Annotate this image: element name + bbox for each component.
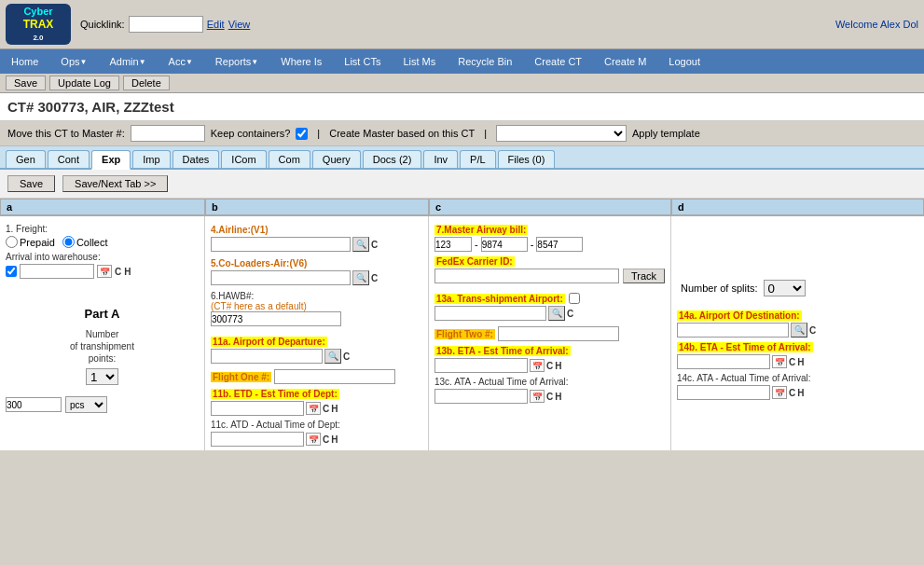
airline-search-icon[interactable]: 🔍	[352, 237, 369, 252]
eta-d-date-input[interactable]	[677, 354, 770, 369]
trans-airport-c-btn[interactable]: C	[567, 309, 573, 319]
tranship-count-select[interactable]: 1 2 3	[86, 368, 118, 385]
tab-imp[interactable]: Imp	[132, 150, 170, 168]
nav-create-ct[interactable]: Create CT	[523, 49, 593, 74]
airport-dest-input[interactable]	[677, 323, 789, 338]
tab-icom[interactable]: ICom	[221, 150, 266, 168]
arrival-checkbox[interactable]	[6, 266, 17, 277]
nav-recycle-bin[interactable]: Recycle Bin	[447, 49, 523, 74]
ata-d-date-input[interactable]	[677, 385, 770, 400]
prepaid-radio[interactable]	[6, 236, 18, 248]
nav-ops[interactable]: Ops	[49, 49, 98, 74]
delete-button[interactable]: Delete	[123, 76, 170, 90]
eta-c-calendar-icon[interactable]: 📅	[530, 359, 545, 372]
ata-c-h-btn[interactable]: H	[555, 392, 561, 402]
hawb-input[interactable]	[211, 311, 341, 326]
qty-input[interactable]: 300	[6, 397, 62, 412]
eta-c-h-btn[interactable]: H	[555, 361, 561, 371]
tab-gen[interactable]: Gen	[6, 150, 46, 168]
atd-date-input[interactable]	[211, 432, 304, 447]
tab-cont[interactable]: Cont	[48, 150, 90, 168]
awb-sep-1: -	[475, 239, 478, 250]
arrival-c-btn[interactable]: C	[115, 267, 121, 277]
nav-admin[interactable]: Admin	[98, 49, 157, 74]
flight-one-input[interactable]	[274, 369, 395, 384]
tab-pl[interactable]: P/L	[460, 150, 496, 168]
save-next-button[interactable]: Save/Next Tab >>	[62, 175, 168, 192]
save-toolbar-button[interactable]: Save	[6, 76, 46, 90]
co-loaders-input[interactable]	[211, 270, 351, 285]
etd-h-btn[interactable]: H	[331, 404, 338, 414]
airport-dep-search-icon[interactable]: 🔍	[324, 349, 341, 364]
atd-c-btn[interactable]: C	[323, 434, 329, 445]
airport-dep-c-btn[interactable]: C	[343, 351, 350, 362]
etd-calendar-icon[interactable]: 📅	[306, 402, 321, 415]
nav-where-is[interactable]: Where Is	[269, 49, 333, 74]
nav-reports[interactable]: Reports	[204, 49, 269, 74]
tab-query[interactable]: Query	[312, 150, 361, 168]
trans-airport-input[interactable]	[434, 306, 546, 321]
ata-d-c-btn[interactable]: C	[789, 388, 795, 398]
tab-exp[interactable]: Exp	[91, 150, 131, 170]
ata-d-calendar-icon[interactable]: 📅	[772, 386, 787, 399]
update-log-button[interactable]: Update Log	[49, 76, 119, 90]
carrier-id-input[interactable]	[434, 269, 619, 283]
ata-c-calendar-icon[interactable]: 📅	[530, 390, 545, 403]
etd-date-input[interactable]	[211, 401, 304, 416]
ata-d-h-btn[interactable]: H	[797, 388, 804, 398]
atd-label: 11c. ATD - Actual Time of Dept:	[211, 420, 422, 430]
save-button[interactable]: Save	[7, 175, 55, 192]
collect-label[interactable]: Collect	[62, 236, 108, 248]
eta-c-date-input[interactable]	[434, 358, 528, 373]
airport-dep-input[interactable]	[211, 349, 323, 364]
template-dropdown[interactable]	[496, 125, 627, 142]
awb-input-3[interactable]: 8547	[536, 237, 583, 252]
eta-c-c-btn[interactable]: C	[546, 361, 553, 371]
eta-d-calendar-icon[interactable]: 📅	[772, 355, 787, 368]
tab-files[interactable]: Files (0)	[498, 150, 556, 168]
eta-d-c-btn[interactable]: C	[789, 357, 795, 367]
ata-c-c-btn[interactable]: C	[546, 392, 553, 402]
nav-acc[interactable]: Acc	[158, 49, 204, 74]
etd-c-btn[interactable]: C	[323, 404, 329, 414]
ata-c-date-input[interactable]	[434, 389, 528, 404]
eta-d-h-btn[interactable]: H	[797, 357, 804, 367]
atd-h-btn[interactable]: H	[331, 434, 338, 445]
atd-calendar-icon[interactable]: 📅	[306, 433, 321, 446]
trans-airport-search-icon[interactable]: 🔍	[548, 306, 565, 321]
keep-containers-checkbox[interactable]	[296, 128, 308, 140]
airport-dest-search-icon[interactable]: 🔍	[791, 323, 807, 338]
co-loaders-search-icon[interactable]: 🔍	[352, 270, 369, 285]
qty-unit-select[interactable]: pcs kg	[65, 396, 107, 413]
co-loaders-c-btn[interactable]: C	[371, 273, 378, 283]
nav-list-ms[interactable]: List Ms	[392, 49, 447, 74]
nav-create-m[interactable]: Create M	[593, 49, 657, 74]
collect-radio[interactable]	[62, 236, 75, 248]
awb-input-1[interactable]: 123	[434, 237, 472, 252]
arrival-h-btn[interactable]: H	[124, 267, 131, 277]
flight-two-input[interactable]	[498, 326, 619, 341]
splits-select[interactable]: 0 1 2	[764, 280, 806, 296]
freight-radio-group: Prepaid Collect	[6, 236, 199, 248]
track-button[interactable]: Track	[623, 269, 665, 283]
prepaid-label[interactable]: Prepaid	[6, 236, 55, 248]
awb-input-2[interactable]: 9874	[481, 237, 528, 252]
arrival-calendar-icon[interactable]: 📅	[97, 265, 112, 278]
view-link[interactable]: View	[228, 19, 251, 30]
nav-home[interactable]: Home	[0, 49, 49, 74]
tab-com[interactable]: Com	[269, 150, 310, 168]
tab-inv[interactable]: Inv	[423, 150, 458, 168]
arrival-date-input[interactable]	[20, 264, 94, 279]
co-loaders-label: 5.Co-Loaders-Air:(V6)	[211, 258, 307, 269]
airport-dest-c-btn[interactable]: C	[809, 325, 816, 336]
quicklink-input[interactable]	[129, 16, 203, 33]
airline-c-btn[interactable]: C	[371, 240, 378, 250]
trans-airport-checkbox[interactable]	[569, 293, 580, 304]
tab-docs[interactable]: Docs (2)	[363, 150, 422, 168]
master-number-input[interactable]	[131, 125, 205, 142]
airline-input[interactable]	[211, 237, 351, 252]
edit-link[interactable]: Edit	[207, 19, 225, 30]
nav-list-cts[interactable]: List CTs	[333, 49, 392, 74]
tab-dates[interactable]: Dates	[172, 150, 220, 168]
nav-logout[interactable]: Logout	[657, 49, 711, 74]
